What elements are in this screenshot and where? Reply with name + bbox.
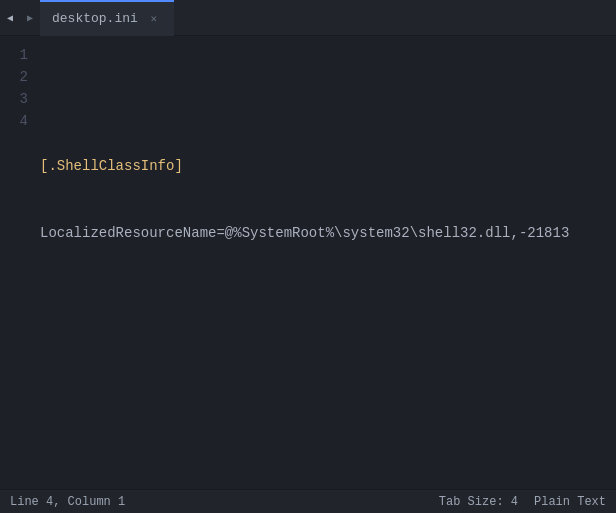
- tab-filename: desktop.ini: [52, 11, 138, 26]
- tab-close-button[interactable]: ✕: [146, 11, 162, 27]
- code-line-4: [40, 290, 616, 312]
- tab-bar: ◀ ▶ desktop.ini ✕: [0, 0, 616, 36]
- tab-desktop-ini[interactable]: desktop.ini ✕: [40, 0, 174, 36]
- status-right: Tab Size: 4 Plain Text: [439, 495, 606, 509]
- status-left: Line 4, Column 1: [10, 495, 125, 509]
- editor-area: 1 2 3 4 [.ShellClassInfo] LocalizedResou…: [0, 36, 616, 489]
- status-bar: Line 4, Column 1 Tab Size: 4 Plain Text: [0, 489, 616, 513]
- code-line-1: [40, 89, 616, 111]
- line-number-2: 2: [8, 66, 28, 88]
- tab-size[interactable]: Tab Size: 4: [439, 495, 518, 509]
- line-number-1: 1: [8, 44, 28, 66]
- editor-content[interactable]: [.ShellClassInfo] LocalizedResourceName=…: [40, 36, 616, 489]
- tab-prev-button[interactable]: ◀: [0, 0, 20, 36]
- file-type[interactable]: Plain Text: [534, 495, 606, 509]
- code-line-2: [.ShellClassInfo]: [40, 156, 616, 178]
- code-section-header: [.ShellClassInfo]: [40, 155, 183, 177]
- code-localized-resource: LocalizedResourceName=@%SystemRoot%\syst…: [40, 222, 569, 244]
- line-numbers: 1 2 3 4: [0, 36, 40, 489]
- cursor-position[interactable]: Line 4, Column 1: [10, 495, 125, 509]
- line-number-3: 3: [8, 88, 28, 110]
- line-number-4: 4: [8, 110, 28, 132]
- tab-next-button[interactable]: ▶: [20, 0, 40, 36]
- code-line-3: LocalizedResourceName=@%SystemRoot%\syst…: [40, 222, 616, 244]
